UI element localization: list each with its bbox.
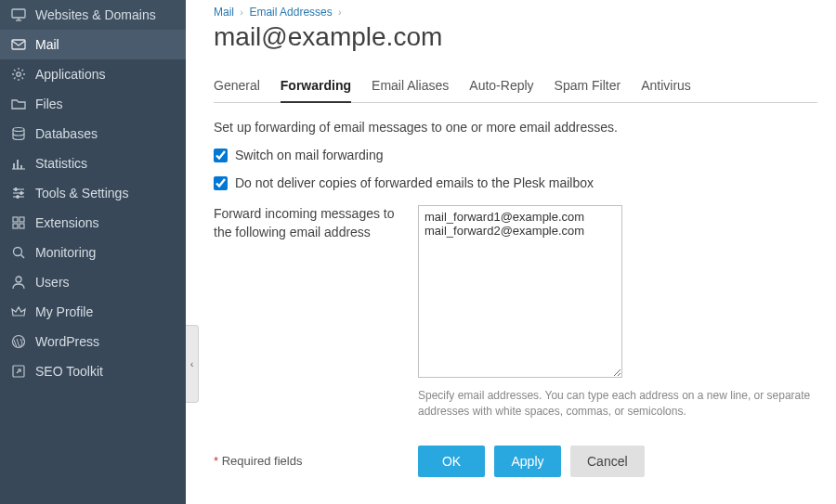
folder-icon <box>11 97 26 111</box>
required-fields-note: * Required fields <box>214 454 399 468</box>
no-deliver-row: Do not deliver copies of forwarded email… <box>214 175 817 190</box>
breadcrumb: Mail › Email Addresses › <box>214 6 817 19</box>
sidebar-item-websites-domains[interactable]: Websites & Domains <box>0 0 186 30</box>
switch-forwarding-checkbox[interactable] <box>214 149 228 162</box>
launch-icon <box>11 364 26 379</box>
cancel-button[interactable]: Cancel <box>570 446 645 477</box>
breadcrumb-separator: › <box>338 6 342 18</box>
sidebar-item-label: Applications <box>35 67 106 82</box>
sidebar: Websites & Domains Mail Applications Fil… <box>0 0 186 504</box>
forward-addresses-textarea[interactable] <box>418 205 622 378</box>
sidebar-item-label: Statistics <box>35 156 87 171</box>
forward-addresses-label: Forward incoming messages to the followi… <box>214 205 399 420</box>
svg-point-5 <box>13 128 24 132</box>
svg-point-20 <box>14 248 22 256</box>
grid-icon <box>11 215 26 230</box>
svg-line-21 <box>21 255 25 259</box>
button-group: OK Apply Cancel <box>418 446 645 477</box>
sidebar-item-label: Files <box>35 97 63 111</box>
svg-point-22 <box>16 277 21 282</box>
sidebar-item-label: Monitoring <box>35 245 96 260</box>
sidebar-item-my-profile[interactable]: My Profile <box>0 297 186 327</box>
sidebar-item-files[interactable]: Files <box>0 89 186 119</box>
no-deliver-checkbox[interactable] <box>214 176 228 190</box>
page-title: mail@example.com <box>214 22 817 52</box>
user-icon <box>11 275 26 290</box>
switch-forwarding-row: Switch on mail forwarding <box>214 148 817 162</box>
sidebar-item-label: Tools & Settings <box>35 186 128 200</box>
sidebar-item-wordpress[interactable]: WordPress <box>0 327 186 356</box>
svg-rect-17 <box>20 217 24 222</box>
sidebar-item-label: Databases <box>35 126 98 141</box>
breadcrumb-separator: › <box>240 6 243 18</box>
monitor-icon <box>11 7 26 22</box>
sidebar-item-applications[interactable]: Applications <box>0 59 186 89</box>
svg-rect-16 <box>13 217 18 222</box>
tab-email-aliases[interactable]: Email Aliases <box>372 72 449 102</box>
wordpress-icon <box>11 334 26 349</box>
sidebar-item-databases[interactable]: Databases <box>0 119 186 149</box>
svg-rect-18 <box>13 224 18 228</box>
sidebar-collapse-handle[interactable]: ‹ <box>186 325 199 403</box>
sidebar-item-users[interactable]: Users <box>0 267 186 297</box>
breadcrumb-link-email-addresses[interactable]: Email Addresses <box>249 6 332 19</box>
sliders-icon <box>11 186 26 200</box>
sidebar-item-label: Websites & Domains <box>35 7 156 22</box>
required-asterisk: * <box>214 454 218 468</box>
required-label: Required fields <box>222 454 303 468</box>
no-deliver-label[interactable]: Do not deliver copies of forwarded email… <box>235 175 594 190</box>
main-content: ‹ Mail › Email Addresses › mail@example.… <box>186 0 836 504</box>
svg-point-14 <box>20 192 23 195</box>
forward-addresses-row: Forward incoming messages to the followi… <box>214 205 817 420</box>
database-icon <box>11 126 26 141</box>
ok-button[interactable]: OK <box>418 446 485 477</box>
crown-icon <box>11 304 26 319</box>
sidebar-item-extensions[interactable]: Extensions <box>0 208 186 238</box>
svg-rect-19 <box>20 224 24 228</box>
sidebar-item-statistics[interactable]: Statistics <box>0 149 186 178</box>
sidebar-item-label: Users <box>35 275 70 290</box>
gear-icon <box>11 67 26 82</box>
sidebar-item-label: Mail <box>35 37 59 52</box>
form-footer: * Required fields OK Apply Cancel <box>214 446 817 477</box>
tab-spam-filter[interactable]: Spam Filter <box>555 72 621 102</box>
sidebar-item-label: Extensions <box>35 215 98 230</box>
tab-general[interactable]: General <box>214 72 260 102</box>
sidebar-item-label: WordPress <box>35 334 99 349</box>
tab-forwarding[interactable]: Forwarding <box>281 72 351 102</box>
search-icon <box>11 245 26 260</box>
switch-forwarding-label[interactable]: Switch on mail forwarding <box>235 148 384 162</box>
sidebar-item-seo-toolkit[interactable]: SEO Toolkit <box>0 356 186 386</box>
sidebar-item-label: My Profile <box>35 304 93 319</box>
description-text: Set up forwarding of email messages to o… <box>214 120 817 135</box>
svg-rect-3 <box>12 40 25 49</box>
chart-icon <box>11 156 26 171</box>
svg-point-4 <box>17 72 20 76</box>
sidebar-item-tools-settings[interactable]: Tools & Settings <box>0 178 186 208</box>
tab-antivirus[interactable]: Antivirus <box>641 72 691 102</box>
sidebar-item-mail[interactable]: Mail <box>0 30 186 59</box>
sidebar-item-label: SEO Toolkit <box>35 364 103 379</box>
tabs: General Forwarding Email Aliases Auto-Re… <box>214 72 817 103</box>
svg-point-13 <box>15 188 18 191</box>
svg-rect-0 <box>12 9 25 18</box>
apply-button[interactable]: Apply <box>494 446 561 477</box>
sidebar-item-monitoring[interactable]: Monitoring <box>0 238 186 267</box>
svg-point-15 <box>17 196 20 199</box>
forward-addresses-hint: Specify email addresses. You can type ea… <box>418 388 817 420</box>
tab-auto-reply[interactable]: Auto-Reply <box>469 72 533 102</box>
mail-icon <box>11 37 26 52</box>
breadcrumb-link-mail[interactable]: Mail <box>214 6 234 19</box>
chevron-left-icon: ‹ <box>190 358 194 369</box>
